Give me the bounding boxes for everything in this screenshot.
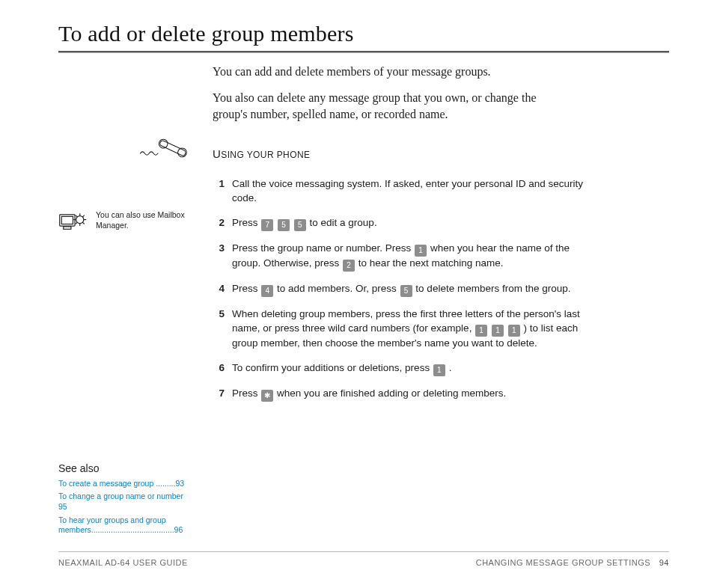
key-icon: 1: [492, 325, 504, 337]
step-num: 7: [213, 387, 225, 402]
footer-left: NEAXMAIL AD-64 USER GUIDE: [58, 558, 188, 567]
step-2: 2 Press 7 5 5 to edit a group.: [213, 216, 594, 231]
intro-p2: You also can delete any message group th…: [213, 90, 564, 123]
key-icon: 5: [400, 285, 412, 297]
see-also-link[interactable]: To change a group name or number 95: [58, 491, 193, 512]
svg-rect-2: [64, 227, 71, 229]
svg-line-9: [82, 222, 84, 224]
svg-line-10: [76, 222, 77, 224]
intro-p1: You can add and delete members of your m…: [213, 64, 564, 81]
content-layout: You can also use Mailbox Manager. You ca…: [58, 64, 669, 412]
svg-line-8: [76, 215, 77, 217]
step-num: 2: [213, 216, 225, 231]
step-body: To confirm your additions or deletions, …: [232, 361, 594, 376]
see-also: See also To create a message group .....…: [58, 462, 197, 539]
step-7: 7 Press ✱ when you are finished adding o…: [213, 387, 594, 402]
step-1: 1 Call the voice messaging system. If as…: [213, 177, 594, 206]
step-body: When deleting group members, press the f…: [232, 307, 594, 351]
see-also-link[interactable]: To create a message group .........93: [58, 479, 193, 489]
key-icon: 5: [278, 219, 290, 231]
step-num: 6: [213, 361, 225, 376]
step-body: Call the voice messaging system. If aske…: [232, 177, 594, 206]
footer-right: CHANGING MESSAGE GROUP SETTINGS 94: [476, 558, 669, 567]
step-body: Press 7 5 5 to edit a group.: [232, 216, 594, 231]
main-column: You can add and delete members of your m…: [213, 64, 669, 412]
step-body: Press the group name or number. Press 1 …: [232, 242, 594, 272]
see-also-heading: See also: [58, 462, 197, 474]
section-label: Using your phone: [213, 147, 669, 162]
step-5: 5 When deleting group members, press the…: [213, 307, 594, 351]
key-icon: 5: [294, 219, 306, 231]
key-star-icon: ✱: [261, 390, 273, 402]
key-icon: 1: [433, 364, 445, 376]
key-icon: 1: [508, 325, 520, 337]
key-icon: 1: [475, 325, 487, 337]
section-header-row: Using your phone: [138, 132, 669, 162]
title-rule: [58, 51, 669, 53]
section-label-text: Using your phone: [213, 147, 669, 160]
sidebar: You can also use Mailbox Manager.: [58, 64, 201, 412]
intro: You can add and delete members of your m…: [213, 64, 669, 123]
key-icon: 4: [261, 285, 273, 297]
step-body: Press 4 to add members. Or, press 5 to d…: [232, 282, 594, 297]
page: To add or delete group members: [0, 0, 714, 588]
see-also-link[interactable]: To hear your groups and group members...…: [58, 515, 193, 536]
step-num: 4: [213, 282, 225, 297]
step-6: 6 To confirm your additions or deletions…: [213, 361, 594, 376]
key-icon: 2: [343, 260, 355, 272]
tip-box: You can also use Mailbox Manager.: [58, 209, 193, 236]
step-body: Press ✱ when you are finished adding or …: [232, 387, 594, 402]
step-4: 4 Press 4 to add members. Or, press 5 to…: [213, 282, 594, 297]
step-3: 3 Press the group name or number. Press …: [213, 242, 594, 272]
step-num: 3: [213, 242, 225, 272]
key-icon: 7: [261, 219, 273, 231]
computer-gear-icon: [58, 209, 91, 236]
page-number: 94: [659, 558, 669, 567]
key-icon: 1: [415, 245, 427, 257]
svg-line-11: [82, 215, 84, 217]
steps-list: 1 Call the voice messaging system. If as…: [213, 177, 669, 402]
page-title: To add or delete group members: [58, 21, 669, 46]
footer-rule: [58, 551, 669, 552]
tip-text: You can also use Mailbox Manager.: [96, 209, 193, 230]
footer: NEAXMAIL AD-64 USER GUIDE CHANGING MESSA…: [58, 558, 669, 567]
step-num: 5: [213, 307, 225, 351]
svg-rect-1: [61, 216, 73, 224]
step-num: 1: [213, 177, 225, 206]
